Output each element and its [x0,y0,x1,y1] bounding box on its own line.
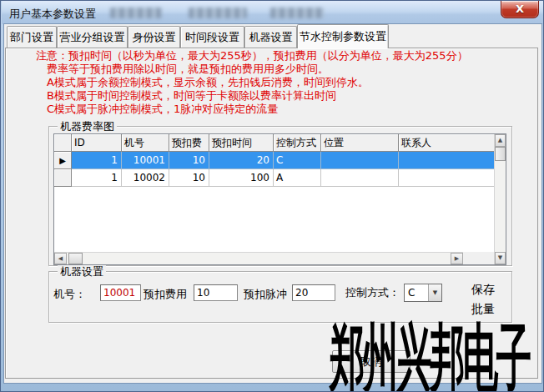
cell-id[interactable]: 1 [72,152,122,169]
tab-water-saving-control-settings[interactable]: 节水控制参数设置 [297,24,389,48]
scroll-left-icon[interactable]: ◀ [54,253,67,264]
cell-id[interactable]: 1 [72,169,122,187]
tab-department-settings[interactable]: 部门设置 [7,26,57,48]
cancel-button[interactable]: 取消 [332,350,411,373]
col-header-id[interactable]: ID [72,134,122,152]
control-mode-dropdown[interactable]: C ▼ [404,284,442,302]
tab-time-period-settings[interactable]: 时间段设置 [180,26,244,48]
tab-identity-settings[interactable]: 身份设置 [128,26,180,48]
scroll-up-icon[interactable]: ▲ [495,134,506,147]
machine-rate-grid[interactable]: ID 机号 预扣费用 预扣时间 控制方式 位置 联系人 ▶ 1 10001 10 [53,133,506,265]
tab-business-group-settings[interactable]: 营业分组设置 [57,26,128,48]
col-header-prededuct-fee[interactable]: 预扣费用 [169,134,209,152]
close-button[interactable]: X [501,1,539,18]
dialog-client-area: 部门设置 营业分组设置 身份设置 时间段设置 机器设置 节水控制参数设置 注意：… [4,24,541,383]
notice-line: A模式属于余额控制模式，显示余额，先扣钱后消费，时间到停水。 [47,76,468,89]
redacted-title-text [110,8,162,18]
cell-location[interactable] [321,169,399,187]
col-header-contact[interactable]: 联系人 [399,134,494,152]
machine-rate-group: 机器费率图 ID 机号 预扣费用 预扣时间 控制方式 位置 联系人 [48,126,512,266]
machine-rate-group-title: 机器费率图 [58,120,117,133]
row-selector-cell[interactable] [54,169,72,187]
col-header-prededuct-time[interactable]: 预扣时间 [209,134,274,152]
close-icon: X [501,1,538,18]
row-selector-cell[interactable]: ▶ [54,152,72,169]
cell-prededuct-fee[interactable]: 10 [169,152,209,169]
redacted-title-text [189,8,247,18]
cell-location[interactable] [321,152,399,169]
notice-line: C模式属于脉冲控制模式，1脉冲对应特定的流量 [47,103,468,116]
cell-prededuct-time[interactable]: 20 [209,152,274,169]
notice-text: 注意：预扣时间（以秒为单位，最大为255秒），预扣费用（以分为单位，最大为255… [36,49,468,116]
cell-machine-no[interactable]: 10002 [122,169,169,187]
notice-line: 费率等于预扣费用除以时间，就是预扣的费用用多少时间。 [47,63,468,76]
redacted-title-text [270,8,324,18]
cell-contact[interactable] [399,152,494,169]
vertical-scrollbar-thumb[interactable] [495,147,506,161]
horizontal-scrollbar[interactable]: ◀ ▶ [54,252,463,264]
horizontal-scrollbar-thumb[interactable] [68,253,83,264]
col-header-control-mode[interactable]: 控制方式 [274,134,321,152]
machine-settings-group-title: 机器设置 [58,265,106,278]
machine-settings-group: 机器设置 机号： 预扣费用 预扣脉冲 控制方式： C ▼ 保存 批量 [48,271,512,323]
batch-button[interactable]: 批量 [471,302,495,317]
col-header-machine-no[interactable]: 机号 [122,134,169,152]
dropdown-arrow-icon[interactable]: ▼ [428,284,441,301]
table-row[interactable]: 1 10002 10 100 A [54,169,494,187]
scroll-down-icon[interactable]: ▼ [495,252,506,264]
machine-no-label: 机号： [53,287,86,302]
col-header-location[interactable]: 位置 [321,134,399,152]
cell-prededuct-time[interactable]: 100 [209,169,274,187]
machine-no-input[interactable] [100,284,141,301]
cell-contact[interactable] [399,169,494,187]
tab-machine-settings[interactable]: 机器设置 [244,26,297,48]
vertical-scrollbar-track[interactable] [495,161,506,252]
save-button[interactable]: 保存 [471,283,495,298]
vertical-scrollbar[interactable]: ▲ ▼ [494,134,506,264]
notice-line: B模式属于时间控制模式，时间等于卡额除以费率计算出时间 [47,89,468,103]
control-mode-value: C [405,284,428,301]
cell-machine-no[interactable]: 10001 [122,152,169,169]
prededuct-pulse-input[interactable] [292,284,335,301]
horizontal-scrollbar-track[interactable] [83,253,451,264]
cell-prededuct-fee[interactable]: 10 [169,169,209,187]
scroll-right-icon[interactable]: ▶ [451,253,463,264]
titlebar[interactable]: 用户基本参数设置 [2,1,544,24]
window-title: 用户基本参数设置 [9,7,96,22]
control-mode-label: 控制方式： [345,285,400,300]
current-row-pointer-icon: ▶ [59,156,66,165]
grid-selector-header [54,134,72,152]
cell-control-mode[interactable]: A [274,169,321,187]
prededuct-fee-label: 预扣费用 [144,287,187,302]
prededuct-fee-input[interactable] [194,284,238,301]
cell-control-mode[interactable]: C [274,152,321,169]
grid-empty-area [54,187,494,252]
dialog-window: 用户基本参数设置 X 部门设置 营业分组设置 身份设置 时间段设置 机器设置 节… [0,0,544,392]
table-row[interactable]: ▶ 1 10001 10 20 C [54,152,494,169]
grid-header-row: ID 机号 预扣费用 预扣时间 控制方式 位置 联系人 [54,134,494,152]
notice-line: 注意：预扣时间（以秒为单位，最大为255秒），预扣费用（以分为单位，最大为255… [36,49,468,63]
prededuct-pulse-label: 预扣脉冲 [244,287,287,302]
